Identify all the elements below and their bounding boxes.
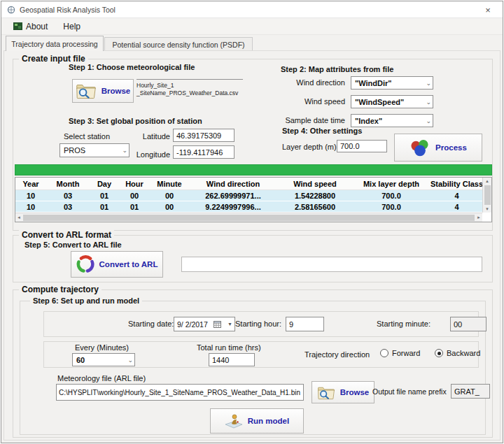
sample-date-time-label: Sample date time (265, 116, 345, 124)
run-model-button[interactable]: Run model (210, 408, 304, 434)
station-value: PROS (64, 146, 85, 155)
tab1-label: Trajectory data processing (11, 40, 97, 48)
process-progress-bar (15, 164, 492, 176)
met-file-path-field[interactable] (56, 384, 304, 401)
forward-label: Forward (392, 349, 420, 357)
radio-forward-icon (380, 349, 388, 357)
station-combobox[interactable]: PROS ⌄ (59, 143, 130, 157)
cell: 01 (90, 190, 119, 201)
cell: 9.2249997996... (189, 201, 277, 212)
starting-date-picker[interactable]: 9/ 2/2017 ▼ (174, 317, 235, 331)
menu-help[interactable]: Help (57, 20, 87, 34)
folder-search-icon (317, 385, 335, 401)
longitude-label: Longitude (135, 150, 170, 159)
vertical-scrollbar-thumb[interactable] (484, 185, 491, 205)
cell: 00 (150, 190, 189, 201)
close-icon: × (485, 5, 491, 15)
convert-arl-legend: Convert to ARL format (19, 230, 114, 240)
column-header-hour[interactable]: Hour (119, 178, 150, 190)
every-minutes-combobox[interactable]: 60 ⌄ (72, 353, 135, 366)
sample-date-time-value: "Index" (355, 117, 382, 125)
met-file-browse-button[interactable]: Browse (312, 381, 374, 403)
wind-direction-combobox[interactable]: "WindDir" ⌄ (351, 76, 433, 89)
cell: 700.0 (353, 190, 430, 201)
longitude-field[interactable] (173, 145, 234, 159)
total-run-time-field[interactable] (209, 353, 255, 366)
wind-direction-value: "WindDir" (355, 79, 392, 87)
color-ring-icon (76, 255, 94, 273)
column-header-wind-speed[interactable]: Wind speed (277, 178, 353, 190)
wind-speed-combobox[interactable]: "WindSpeed" ⌄ (351, 95, 433, 108)
starting-hour-field[interactable] (286, 317, 324, 331)
column-header-month[interactable]: Month (46, 178, 90, 190)
trajectory-direction-label: Trajectory direction (304, 350, 370, 359)
latitude-field[interactable] (173, 129, 234, 142)
scroll-right-icon[interactable]: ► (475, 214, 482, 221)
close-button[interactable]: × (473, 1, 503, 18)
create-input-file-legend: Create input file (19, 54, 88, 64)
starting-hour-label: Starting hour: (235, 320, 281, 328)
radio-forward[interactable]: Forward (380, 349, 420, 357)
cell: 01 (90, 201, 119, 212)
backward-label: Backward (447, 349, 480, 357)
process-button[interactable]: Process (394, 134, 482, 162)
step3-title: Step 3: Set global position of station (69, 117, 202, 125)
chevron-down-icon: ⌄ (426, 99, 431, 106)
output-prefix-label: Output file name prefix (372, 387, 447, 396)
tab2-label: Potential source density function (PSDF) (112, 41, 244, 49)
column-header-stability-class[interactable]: Stability Class (430, 178, 484, 190)
scroll-left-icon[interactable]: ◄ (15, 214, 22, 221)
output-prefix-field[interactable] (451, 384, 490, 399)
horizontal-scrollbar-thumb[interactable] (23, 215, 475, 221)
convert-progress-bar (181, 257, 482, 272)
calendar-icon (214, 320, 221, 328)
cell: 10 (15, 190, 46, 201)
wind-direction-label: Wind direction (265, 78, 345, 87)
met-file-label: Meteorology file (ARL file) (57, 374, 146, 382)
step1-browse-label: Browse (102, 87, 131, 95)
menu-about[interactable]: About (7, 20, 54, 34)
scroll-down-icon[interactable]: ▼ (484, 206, 491, 213)
horizontal-scrollbar[interactable]: ◄ ► (15, 213, 482, 222)
convert-to-arl-button[interactable]: Convert to ARL (71, 251, 163, 278)
cell: 03 (46, 190, 90, 201)
tab-psdf[interactable]: Potential source density function (PSDF) (104, 37, 253, 51)
about-icon (13, 22, 22, 30)
every-minutes-value: 60 (76, 356, 85, 364)
column-header-year[interactable]: Year (15, 178, 46, 190)
column-header-day[interactable]: Day (90, 178, 119, 190)
window-title: Geospatial Risk Analysis Tool (20, 6, 115, 14)
radio-backward[interactable]: Backward (435, 349, 480, 357)
vertical-scrollbar[interactable]: ▲ ▼ (482, 178, 491, 213)
column-header-mix-layer-depth[interactable]: Mix layer depth (353, 178, 430, 190)
starting-minute-label: Starting minute: (377, 320, 430, 328)
column-header-wind-direction[interactable]: Wind direction (189, 178, 277, 190)
starting-date-value: 9/ 2/2017 (177, 320, 208, 329)
starting-minute-field[interactable] (450, 317, 486, 331)
step1-browse-button[interactable]: Browse (72, 79, 134, 103)
sample-date-time-combobox[interactable]: "Index" ⌄ (351, 114, 433, 127)
process-label: Process (435, 143, 467, 152)
scroll-up-icon[interactable]: ▲ (484, 178, 491, 185)
latitude-label: Latitude (139, 132, 170, 141)
chevron-down-icon: ⌄ (426, 80, 431, 87)
layer-depth-field[interactable] (337, 140, 387, 152)
table-row[interactable]: 10 03 01 00 00 262.69999971... 1.5422880… (15, 190, 484, 201)
tab-trajectory-data-processing[interactable]: Trajectory data processing (6, 36, 104, 51)
date-dropdown-icon: ▼ (227, 322, 232, 327)
cell: 2.58165600 (277, 201, 353, 212)
chevron-down-icon: ⌄ (127, 357, 133, 364)
every-minutes-label: Every (Minutes) (75, 343, 129, 352)
convert-arl-group: Convert to ARL format Step 5: Convert to… (13, 235, 493, 282)
file-name-line1: Hourly_Site_1 (136, 82, 243, 89)
step4-title: Step 4: Other settings (282, 127, 362, 135)
column-header-minute[interactable]: Minute (150, 178, 189, 190)
run-model-label: Run model (248, 417, 289, 425)
app-icon (7, 6, 15, 14)
file-name-line2: _SiteName_PROS_Weather_Data.csv (136, 89, 243, 97)
cell: 262.69999971... (189, 190, 277, 201)
table-row[interactable]: 10 03 01 01 00 9.2249997996... 2.5816560… (15, 201, 484, 213)
cell: 01 (119, 201, 150, 212)
run-model-icon (225, 413, 243, 429)
chevron-down-icon: ⌄ (426, 117, 431, 124)
